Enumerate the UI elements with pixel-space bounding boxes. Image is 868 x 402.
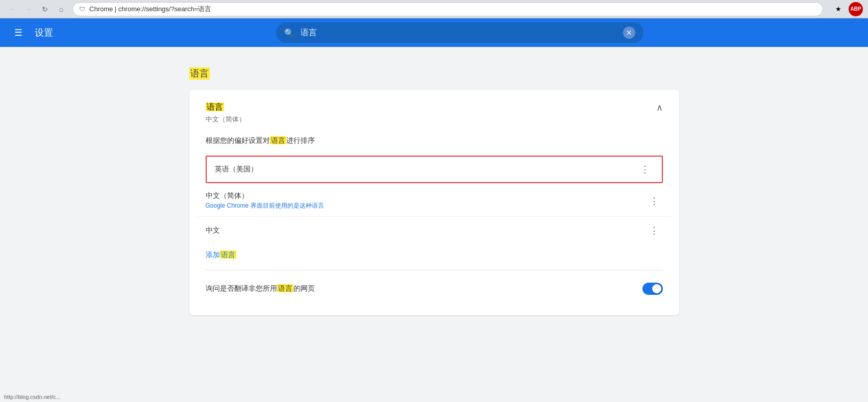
nav-buttons: ← → ↻ ⌂ xyxy=(5,2,68,16)
toggle-slider xyxy=(642,283,663,295)
sort-desc-highlight: 语言 xyxy=(270,136,286,144)
language-item-chinese-simplified: 中文（简体） Google Chrome 界面目前使用的是这种语言 ⋮ xyxy=(197,185,671,217)
card-header-text: 语言 中文（简体） xyxy=(206,102,245,124)
collapse-button[interactable]: ∧ xyxy=(656,102,663,113)
language-item-chinese: 中文 ⋮ xyxy=(197,217,671,244)
card-section-header: 语言 中文（简体） ∧ xyxy=(206,102,663,124)
language-name-english: 英语（美国） xyxy=(215,165,636,174)
url-text: chrome://settings/?search=语言 xyxy=(118,5,211,13)
translate-text: 询问是否翻译非您所用语言的网页 xyxy=(206,284,315,293)
sort-description: 根据您的偏好设置对语言进行排序 xyxy=(206,136,663,145)
add-language-button[interactable]: 添加语言 xyxy=(206,244,236,266)
separator: | xyxy=(113,5,118,13)
browser-chrome: ← → ↻ ⌂ 🛡 Chrome | chrome://settings/?se… xyxy=(0,0,868,18)
back-button[interactable]: ← xyxy=(5,2,19,16)
sort-desc-prefix: 根据您的偏好设置对 xyxy=(206,136,270,144)
settings-title: 设置 xyxy=(35,27,53,39)
chrome-name: Chrome xyxy=(89,5,113,13)
language-item-chinese-simplified-content: 中文（简体） Google Chrome 界面目前使用的是这种语言 xyxy=(206,191,646,210)
language-menu-chinese-simplified[interactable]: ⋮ xyxy=(646,193,663,209)
translate-toggle[interactable] xyxy=(642,283,663,295)
language-name-chinese: 中文 xyxy=(206,226,646,235)
settings-card: 语言 中文（简体） ∧ 根据您的偏好设置对语言进行排序 英语（美国） ⋮ 中文（… xyxy=(189,90,679,315)
address-text: Chrome | chrome://settings/?search=语言 xyxy=(89,5,816,14)
card-title: 语言 xyxy=(206,102,245,113)
search-bar: 🔍 ✕ xyxy=(276,22,643,43)
browser-actions: ★ ABP xyxy=(831,2,863,16)
settings-header: ☰ 设置 🔍 ✕ xyxy=(0,18,868,47)
add-language-prefix: 添加 xyxy=(206,250,220,259)
translate-row: 询问是否翻译非您所用语言的网页 xyxy=(206,274,663,303)
sort-desc-suffix: 进行排序 xyxy=(286,136,315,144)
main-content: 语言 语言 中文（简体） ∧ 根据您的偏好设置对语言进行排序 英语（美国） ⋮ xyxy=(179,47,689,336)
language-name-chinese-simplified: 中文（简体） xyxy=(206,191,646,200)
language-menu-chinese[interactable]: ⋮ xyxy=(646,223,663,238)
language-item-english: 英语（美国） ⋮ xyxy=(206,156,663,183)
status-bar: http://blog.csdn.net/c... xyxy=(0,392,868,402)
section-title: 语言 xyxy=(189,67,210,80)
language-item-chinese-content: 中文 xyxy=(206,226,646,235)
abp-button[interactable]: ABP xyxy=(849,2,863,16)
translate-highlight: 语言 xyxy=(277,284,293,292)
translate-suffix: 的网页 xyxy=(293,284,315,292)
translate-prefix: 询问是否翻译非您所用 xyxy=(206,284,277,292)
language-list: 英语（美国） ⋮ 中文（简体） Google Chrome 界面目前使用的是这种… xyxy=(206,156,663,244)
reload-button[interactable]: ↻ xyxy=(38,2,52,16)
status-url: http://blog.csdn.net/c... xyxy=(4,394,61,400)
language-note-chinese-simplified: Google Chrome 界面目前使用的是这种语言 xyxy=(206,202,646,210)
bookmark-button[interactable]: ★ xyxy=(831,2,846,16)
menu-icon[interactable]: ☰ xyxy=(10,23,27,42)
divider xyxy=(206,270,663,270)
card-subtitle: 中文（简体） xyxy=(206,115,245,124)
search-clear-button[interactable]: ✕ xyxy=(623,27,635,39)
add-language-highlight: 语言 xyxy=(220,250,236,259)
forward-button[interactable]: → xyxy=(21,2,36,16)
search-input[interactable] xyxy=(301,28,617,37)
card-title-highlighted: 语言 xyxy=(206,103,224,111)
security-icon: 🛡 xyxy=(79,6,85,13)
search-icon: 🔍 xyxy=(284,28,294,38)
address-bar[interactable]: 🛡 Chrome | chrome://settings/?search=语言 xyxy=(72,2,823,16)
language-menu-english[interactable]: ⋮ xyxy=(636,162,654,177)
home-button[interactable]: ⌂ xyxy=(54,2,68,16)
language-item-english-content: 英语（美国） xyxy=(215,165,636,174)
